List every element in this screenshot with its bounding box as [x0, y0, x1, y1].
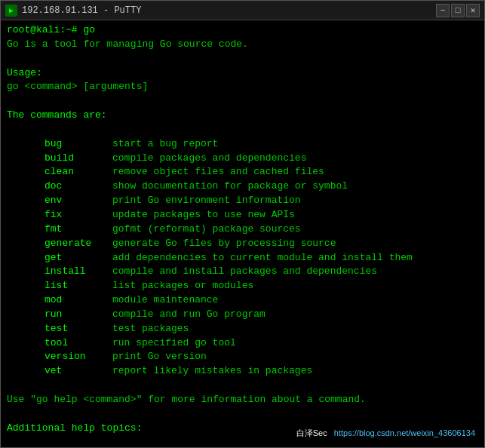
description-line: Go is a tool for managing Go source code…: [7, 38, 478, 52]
command-row: getadd dependencies to current module an…: [7, 251, 478, 265]
putty-icon: ▶: [5, 5, 17, 17]
command-desc: remove object files and cached files: [112, 166, 324, 177]
command-name: get: [45, 251, 112, 265]
blank4: [7, 379, 478, 393]
prompt: root@kali:~# go: [7, 24, 95, 35]
command-row: bugstart a bug report: [7, 137, 478, 152]
command-name: env: [45, 194, 112, 208]
command-row: installcompile and install packages and …: [7, 265, 478, 279]
window-title: 192.168.91.131 - PuTTY: [22, 5, 141, 16]
blank5: [7, 407, 478, 422]
terminal-area[interactable]: root@kali:~# go Go is a tool for managin…: [1, 20, 484, 447]
command-name: build: [45, 152, 112, 166]
command-row: toolrun specified go tool: [7, 336, 478, 351]
command-desc: run specified go tool: [112, 337, 236, 348]
blank2: [7, 94, 478, 109]
commands-label: The commands are:: [7, 109, 478, 123]
maximize-button[interactable]: □: [451, 4, 465, 17]
command-name: fix: [45, 208, 112, 222]
titlebar: ▶ 192.168.91.131 - PuTTY − □ ✕: [1, 1, 484, 20]
command-desc: generate Go files by processing source: [112, 238, 336, 249]
command-desc: print Go version: [112, 351, 207, 362]
watermark-url: https://blog.csdn.net/weixin_43606134: [334, 428, 475, 437]
command-name: tool: [45, 336, 112, 351]
close-button[interactable]: ✕: [466, 4, 480, 17]
usage-label: Usage:: [7, 66, 478, 81]
command-row: modmodule maintenance: [7, 293, 478, 308]
command-row: vetreport likely mistakes in packages: [7, 364, 478, 379]
command-desc: compile packages and dependencies: [112, 152, 306, 164]
command-name: version: [45, 350, 112, 364]
command-desc: add dependencies to current module and i…: [112, 252, 413, 263]
command-row: testtest packages: [7, 322, 478, 336]
command-desc: print Go environment information: [112, 195, 301, 206]
command-row: fmtgofmt (reformat) package sources: [7, 222, 478, 237]
command-row: runcompile and run Go program: [7, 308, 478, 322]
minimize-button[interactable]: −: [436, 4, 450, 17]
command-row: cleanremove object files and cached file…: [7, 165, 478, 180]
command-name: generate: [45, 237, 112, 251]
command-name: fmt: [45, 222, 112, 237]
blank1: [7, 52, 478, 66]
command-desc: start a bug report: [112, 138, 218, 149]
command-desc: compile and install packages and depende…: [112, 265, 377, 277]
command-desc: module maintenance: [112, 294, 218, 305]
command-desc: test packages: [112, 323, 189, 334]
command-desc: show documentation for package or symbol: [112, 180, 348, 192]
usage-cmd: go <command> [arguments]: [7, 80, 478, 94]
commands-list: bugstart a bug reportbuildcompile packag…: [7, 137, 478, 379]
command-row: docshow documentation for package or sym…: [7, 180, 478, 194]
titlebar-controls[interactable]: − □ ✕: [436, 4, 480, 17]
putty-window: ▶ 192.168.91.131 - PuTTY − □ ✕ root@kali…: [0, 0, 485, 448]
command-name: bug: [45, 137, 112, 152]
command-row: versionprint Go version: [7, 350, 478, 364]
command-name: mod: [45, 293, 112, 308]
prompt-line: root@kali:~# go: [7, 23, 478, 38]
command-row: generategenerate Go files by processing …: [7, 237, 478, 251]
watermark-label: 白泽Sec: [296, 428, 332, 437]
command-row: envprint Go environment information: [7, 194, 478, 208]
command-desc: compile and run Go program: [112, 308, 266, 320]
titlebar-left: ▶ 192.168.91.131 - PuTTY: [5, 5, 141, 17]
command-name: install: [45, 265, 112, 279]
watermark: 白泽Sec https://blog.csdn.net/weixin_43606…: [293, 426, 478, 441]
command-desc: gofmt (reformat) package sources: [112, 223, 301, 235]
command-name: doc: [45, 180, 112, 194]
command-desc: list packages or modules: [112, 280, 253, 291]
command-row: listlist packages or modules: [7, 279, 478, 293]
command-desc: update packages to use new APIs: [112, 209, 295, 220]
command-row: buildcompile packages and dependencies: [7, 152, 478, 166]
command-name: clean: [45, 165, 112, 180]
command-row: fixupdate packages to use new APIs: [7, 208, 478, 222]
command-name: run: [45, 308, 112, 322]
command-desc: report likely mistakes in packages: [112, 365, 312, 376]
command-name: vet: [45, 364, 112, 379]
help-line: Use "go help <command>" for more informa…: [7, 393, 478, 407]
command-name: test: [45, 322, 112, 336]
blank3: [7, 123, 478, 137]
command-name: list: [45, 279, 112, 293]
